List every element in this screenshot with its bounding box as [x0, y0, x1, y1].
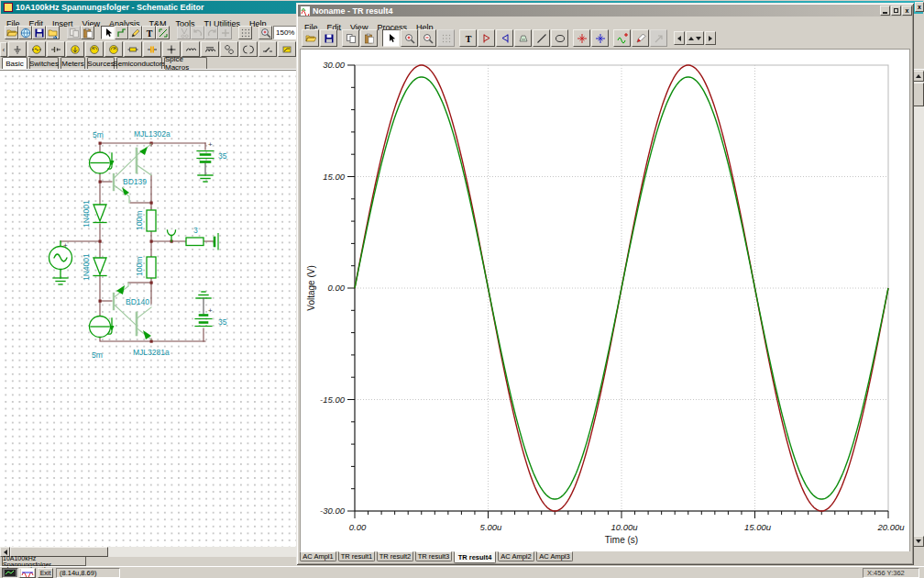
capacitor-icon[interactable] — [143, 41, 161, 57]
line-icon[interactable] — [533, 29, 550, 47]
component-tab-spice-macros[interactable]: Spice Macros — [164, 57, 207, 69]
paste-icon[interactable] — [81, 26, 94, 39]
diagram-tab-tr-result3[interactable]: TR result3 — [415, 551, 452, 561]
ground-icon[interactable] — [8, 41, 27, 57]
curves-icon[interactable] — [613, 29, 631, 47]
scroll-updown-button[interactable] — [686, 31, 704, 45]
arrow-icon[interactable] — [650, 29, 667, 47]
zoom-in-icon[interactable] — [401, 29, 418, 47]
copy-icon[interactable] — [342, 29, 359, 47]
component-tab-semiconductors[interactable]: Semiconductors — [116, 57, 162, 69]
resistor-100m-top[interactable] — [147, 210, 156, 231]
transistor-mjl3281a[interactable] — [137, 307, 151, 339]
status-diagram-button[interactable] — [19, 568, 36, 578]
marker-red-icon[interactable] — [573, 29, 590, 47]
component-tab-basic[interactable]: Basic — [2, 57, 28, 69]
diagram-tab-tr-result4[interactable]: TR result4 — [454, 551, 496, 563]
resistor-100m-bottom[interactable] — [147, 257, 156, 278]
diagram-restore-button[interactable] — [891, 6, 901, 16]
wire-icon[interactable] — [115, 26, 128, 39]
battery-top[interactable] — [197, 151, 214, 183]
sheet-tab[interactable]: 10A100kHz Spannungsfolger — [2, 557, 86, 566]
zoom-level-combo[interactable]: 150% — [273, 26, 297, 39]
canvas-vscrollbar[interactable] — [913, 71, 924, 547]
diagram-window: Noname - TR result4 x FileEditViewProces… — [296, 3, 914, 565]
add-icon[interactable] — [218, 26, 232, 39]
ellipse-icon[interactable] — [551, 29, 568, 47]
coupled-inductor-icon[interactable] — [239, 41, 258, 57]
diagram-title-bar[interactable]: Noname - TR result4 x — [298, 5, 912, 17]
plus-source: + — [63, 241, 68, 250]
open-icon[interactable] — [302, 29, 319, 47]
chart-area[interactable]: 30.0015.000.00-15.00-30.000.005.00u10.00… — [300, 49, 910, 551]
ammeter-icon[interactable] — [104, 41, 123, 57]
component-tab-sources[interactable]: Sources — [87, 57, 115, 69]
transistor-mjl1302a[interactable] — [137, 144, 151, 175]
sine-voltage-source[interactable] — [50, 241, 72, 284]
main-close-button[interactable]: x — [915, 2, 924, 12]
legend-icon[interactable] — [514, 29, 532, 47]
diode-1n4001-bottom[interactable] — [94, 258, 106, 276]
battery-icon[interactable] — [47, 41, 65, 57]
select-icon[interactable] — [101, 26, 115, 39]
zoom-out-icon[interactable] — [419, 29, 436, 47]
pencil-icon[interactable] — [128, 26, 142, 39]
pen-icon[interactable] — [632, 29, 649, 47]
zoom-icon[interactable] — [258, 26, 272, 39]
select-icon[interactable] — [382, 29, 400, 47]
label-r-load: 3 — [193, 226, 198, 235]
y-tick-label: -30.00 — [320, 506, 346, 516]
export-icon[interactable] — [46, 26, 60, 39]
diagram-tab-ac-ampl1[interactable]: AC Ampl1 — [300, 551, 336, 561]
main-status-bar: Exit (8.14u,8.69) X:456 Y:362 — [0, 566, 924, 578]
component-tab-switches[interactable]: Switches — [29, 57, 59, 69]
scroll-left-button[interactable] — [674, 31, 685, 45]
undo-icon[interactable] — [191, 26, 204, 39]
current-source-icon[interactable] — [66, 41, 84, 57]
output-battery[interactable] — [214, 234, 218, 250]
resistor-icon[interactable] — [124, 41, 142, 57]
marker-blue-icon[interactable] — [591, 29, 609, 47]
diagram-tab-ac-ampl3[interactable]: AC Ampl3 — [536, 551, 573, 561]
diagram-minimize-button[interactable] — [880, 6, 890, 16]
diagram-tab-ac-ampl2[interactable]: AC Ampl2 — [498, 551, 534, 561]
text-icon[interactable]: T — [459, 29, 477, 47]
cut-icon[interactable] — [177, 26, 191, 39]
diagram-close-button[interactable]: x — [902, 6, 912, 16]
cursor-a-icon[interactable] — [478, 29, 495, 47]
redo-icon[interactable] — [204, 26, 218, 39]
voltmeter-icon[interactable] — [85, 41, 104, 57]
cursor-b-icon[interactable] — [496, 29, 513, 47]
diode-1n4001-top[interactable] — [94, 205, 106, 223]
copy-icon[interactable] — [67, 26, 81, 39]
voltage-probe[interactable] — [168, 230, 176, 241]
cross-icon[interactable] — [156, 26, 170, 39]
component-tab-meters[interactable]: Meters — [60, 57, 85, 69]
exit-button[interactable]: Exit — [38, 568, 53, 578]
paste-icon[interactable] — [360, 29, 378, 47]
voltage-source-icon[interactable] — [28, 41, 46, 57]
vscroll-thumb[interactable] — [913, 83, 924, 106]
label-v-top: 35 — [218, 151, 227, 161]
text-icon[interactable]: T — [142, 26, 156, 39]
current-source-bottom[interactable] — [90, 317, 115, 338]
coordinates-panel: (8.14u,8.69) — [56, 568, 120, 578]
diagram-menu-bar: FileEditViewProcessHelp — [300, 17, 910, 28]
resistor-load[interactable] — [186, 238, 204, 246]
status-schematic-button[interactable] — [2, 568, 18, 578]
switch-icon[interactable] — [258, 41, 277, 57]
grid-icon[interactable] — [238, 26, 252, 39]
scroll-right-button[interactable] — [705, 31, 716, 45]
label-v-bot: 35 — [218, 317, 227, 327]
save-icon[interactable] — [320, 29, 337, 47]
component-scroll-left[interactable]: ‹ — [0, 42, 7, 57]
transformer-icon[interactable] — [220, 41, 238, 57]
current-source-top[interactable] — [90, 152, 115, 173]
web-icon[interactable] — [18, 26, 32, 39]
save-icon[interactable] — [32, 26, 46, 39]
open-icon[interactable] — [5, 26, 18, 39]
diagram-tab-tr-result2[interactable]: TR result2 — [377, 551, 413, 561]
grid-icon[interactable] — [437, 29, 455, 47]
relay-icon[interactable] — [278, 41, 296, 57]
diagram-tab-tr-result1[interactable]: TR result1 — [338, 551, 375, 561]
